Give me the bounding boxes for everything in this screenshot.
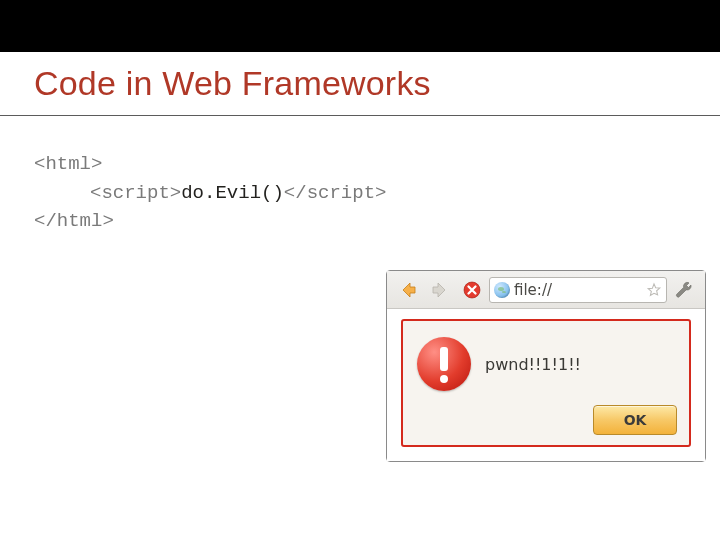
back-button[interactable] [393, 276, 423, 304]
code-tag: </script> [284, 182, 387, 204]
back-arrow-icon [398, 280, 418, 300]
settings-button[interactable] [669, 276, 699, 304]
stop-button[interactable] [457, 276, 487, 304]
alert-dialog: pwnd!!1!1!! OK [401, 319, 691, 447]
forward-arrow-icon [430, 280, 450, 300]
slide-title: Code in Web Frameworks [34, 52, 686, 115]
browser-toolbar: file:// [387, 271, 705, 309]
title-wrap: Code in Web Frameworks [0, 52, 720, 116]
browser-window: file:// pwnd!!1!1!! OK [386, 270, 706, 462]
code-tag: <script> [90, 182, 181, 204]
code-tag: </html> [34, 210, 114, 232]
browser-content: pwnd!!1!1!! OK [387, 309, 705, 461]
forward-button[interactable] [425, 276, 455, 304]
error-exclamation-icon [417, 337, 471, 391]
code-body: do.Evil() [181, 182, 284, 204]
dialog-body: pwnd!!1!1!! [415, 331, 677, 405]
code-line-2: <script>do.Evil()</script> [34, 179, 686, 208]
dialog-actions: OK [415, 405, 677, 435]
slide-top-bar [0, 0, 720, 52]
globe-icon [494, 282, 510, 298]
code-tag: <html> [34, 153, 102, 175]
code-line-3: </html> [34, 207, 686, 236]
wrench-icon [674, 280, 694, 300]
url-bar[interactable]: file:// [489, 277, 667, 303]
code-snippet: <html> <script>do.Evil()</script> </html… [0, 150, 720, 236]
bookmark-star-icon[interactable] [646, 282, 662, 298]
url-text: file:// [514, 281, 642, 299]
ok-button[interactable]: OK [593, 405, 677, 435]
stop-icon [462, 280, 482, 300]
code-line-1: <html> [34, 150, 686, 179]
dialog-message: pwnd!!1!1!! [485, 355, 581, 374]
